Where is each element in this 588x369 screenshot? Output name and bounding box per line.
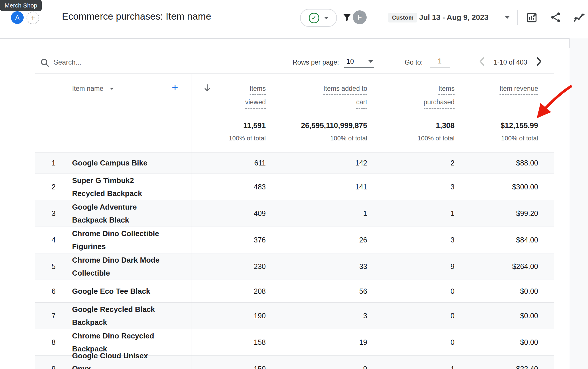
items-viewed-cell: 190	[191, 303, 266, 329]
item-revenue-cell: $0.00	[455, 303, 538, 329]
search-icon[interactable]	[40, 58, 50, 69]
row-padding	[538, 200, 554, 227]
row-index: 1	[35, 153, 72, 174]
customize-report-icon[interactable]	[526, 11, 538, 25]
table-row[interactable]: 6Google Eco Tee Black208560$0.00	[35, 280, 554, 302]
items-purchased-cell: 0	[367, 303, 455, 329]
profile-avatar[interactable]: F	[353, 10, 367, 24]
divider	[35, 74, 554, 74]
sort-descending-icon[interactable]	[202, 83, 212, 94]
column-header-items-added-to-cart[interactable]: Items added tocart	[323, 84, 367, 111]
account-avatar[interactable]: A	[11, 11, 24, 24]
totals-items-viewed: 11,591 100% of total	[229, 121, 266, 142]
item-revenue-cell: $99.20	[455, 200, 538, 227]
item-revenue-cell: $264.00	[455, 253, 538, 280]
items-purchased-cell: 0	[367, 329, 455, 355]
row-padding	[538, 174, 554, 200]
items-added-to-cart-cell: 1	[266, 200, 367, 227]
items-added-to-cart-cell: 19	[266, 329, 367, 355]
items-purchased-cell: 9	[367, 253, 455, 280]
add-dimension-button[interactable]: +	[172, 82, 178, 93]
items-viewed-cell: 158	[191, 329, 266, 355]
row-index: 8	[35, 329, 72, 355]
row-padding	[538, 280, 554, 302]
column-header-item-revenue[interactable]: Item revenue	[500, 84, 538, 98]
items-viewed-cell: 230	[191, 253, 266, 280]
rows-per-page-value: 10	[346, 58, 354, 65]
item-name-cell: Google Eco Tee Black	[72, 280, 191, 302]
dimension-caret-icon	[110, 88, 114, 90]
goto-label: Go to:	[405, 59, 423, 66]
row-index: 2	[35, 174, 72, 200]
column-header-line: Items	[438, 84, 455, 95]
table-body: 1Google Campus Bike6111422$88.002Super G…	[35, 152, 554, 369]
column-header-line: cart	[356, 98, 367, 109]
items-viewed-cell: 611	[191, 153, 266, 174]
check-circle-icon: ✓	[309, 13, 319, 23]
filter-icon[interactable]	[342, 12, 353, 24]
date-caret-icon[interactable]	[505, 16, 510, 19]
select-caret-icon	[368, 60, 373, 63]
item-name-cell: Google Cloud Unisex Onyx	[72, 356, 191, 369]
item-revenue-cell: $22.40	[455, 356, 538, 369]
column-header-items-viewed[interactable]: Itemsviewed	[245, 84, 266, 111]
items-purchased-cell: 0	[367, 280, 455, 302]
row-padding	[538, 329, 554, 355]
table-row[interactable]: 4Chrome Dino Collectible Figurines376263…	[35, 227, 554, 253]
row-padding	[538, 303, 554, 329]
column-header-line: Items added to	[323, 84, 367, 95]
items-viewed-cell: 376	[191, 227, 266, 253]
row-index: 6	[35, 280, 72, 302]
items-purchased-cell: 1	[367, 356, 455, 369]
date-range-label[interactable]: Jul 13 - Aug 9, 2023	[419, 13, 488, 22]
items-added-to-cart-cell: 3	[266, 303, 367, 329]
right-gutter	[569, 38, 588, 369]
dimension-column-header[interactable]: Item name	[72, 85, 114, 93]
items-viewed-cell: 208	[191, 280, 266, 302]
items-added-to-cart-cell: 142	[266, 153, 367, 174]
table-row[interactable]: 2Super G Timbuk2 Recycled Backpack483141…	[35, 174, 554, 200]
item-name-cell: Google Campus Bike	[72, 153, 191, 174]
row-index: 7	[35, 303, 72, 329]
next-page-button[interactable]	[535, 57, 543, 68]
share-icon[interactable]	[549, 11, 562, 25]
row-index: 4	[35, 227, 72, 253]
column-header-line: viewed	[245, 98, 266, 109]
column-header-items-purchased[interactable]: Itemspurchased	[424, 84, 455, 111]
rows-per-page-label: Rows per page:	[293, 59, 339, 66]
chevron-down-icon	[324, 17, 329, 19]
table-row[interactable]: 7Google Recycled Black Backpack19030$0.0…	[35, 302, 554, 329]
column-header-line: Item revenue	[500, 84, 538, 95]
items-purchased-cell: 2	[367, 153, 455, 174]
row-index: 9	[35, 356, 72, 369]
column-header-line: purchased	[424, 98, 455, 109]
row-index: 5	[35, 253, 72, 280]
item-name-cell: Super G Timbuk2 Recycled Backpack	[72, 174, 191, 200]
table-row[interactable]: 5Chrome Dino Dark Mode Collectible230339…	[35, 253, 554, 280]
items-added-to-cart-cell: 141	[266, 174, 367, 200]
table-row[interactable]: 1Google Campus Bike6111422$88.00	[35, 152, 554, 174]
items-viewed-cell: 150	[191, 356, 266, 369]
data-quality-button[interactable]: ✓	[300, 9, 337, 27]
page-title: Ecommerce purchases: Item name	[62, 11, 211, 22]
column-divider	[191, 74, 191, 369]
items-purchased-cell: 3	[367, 174, 455, 200]
item-name-cell: Chrome Dino Dark Mode Collectible	[72, 253, 191, 280]
rows-per-page-select[interactable]: 10	[344, 57, 374, 68]
table-row[interactable]: 9Google Cloud Unisex Onyx 15091$22.40	[35, 355, 554, 369]
items-viewed-cell: 483	[191, 174, 266, 200]
search-input[interactable]: Search...	[54, 58, 81, 66]
row-padding	[538, 153, 554, 174]
ga4-report-page: A + Ecommerce purchases: Item name ✓ F C…	[0, 0, 588, 369]
insights-icon[interactable]	[572, 11, 585, 25]
add-comparison-button[interactable]: +	[27, 12, 39, 24]
totals-items-purchased: 1,308 100% of total	[418, 121, 455, 142]
goto-page-input[interactable]: 1	[430, 57, 450, 67]
item-name-cell: Google Adventure Backpack Black	[72, 200, 191, 227]
row-padding	[538, 253, 554, 280]
totals-items-added-to-cart: 26,595,110,999,875 100% of total	[301, 121, 367, 142]
previous-page-button[interactable]	[478, 57, 486, 68]
date-range-badge: Custom	[388, 13, 417, 22]
table-row[interactable]: 3Google Adventure Backpack Black40911$99…	[35, 200, 554, 227]
items-added-to-cart-cell: 33	[266, 253, 367, 280]
